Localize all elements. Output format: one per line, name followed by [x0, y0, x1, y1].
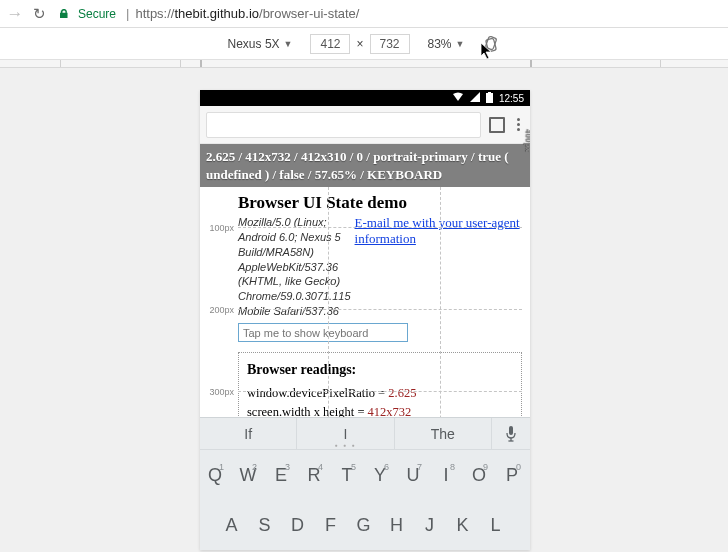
browser-address-row: → ↻ 🔒︎ Secure | https://thebit.github.io…	[0, 0, 728, 28]
secure-label: Secure	[78, 7, 116, 21]
key-t[interactable]: T5	[332, 465, 365, 486]
svg-rect-3	[488, 92, 491, 94]
ruler-400-label: 400px	[523, 129, 530, 152]
suggestion-row: If I● ● ● The	[200, 418, 530, 450]
status-time: 12:55	[499, 93, 524, 104]
device-select[interactable]: Nexus 5X ▼	[228, 37, 293, 51]
battery-icon	[486, 92, 493, 105]
ruler-100-label: 100px	[200, 223, 234, 233]
key-w[interactable]: W2	[233, 465, 266, 486]
key-o[interactable]: O9	[464, 465, 497, 486]
key-g[interactable]: G	[349, 515, 382, 536]
email-link[interactable]: E-mail me with your user-agent informati…	[355, 215, 522, 247]
mic-icon[interactable]	[492, 418, 530, 449]
keyboard-row-2: ASDFGHJKL	[200, 500, 530, 550]
key-h[interactable]: H	[382, 515, 415, 536]
width-field[interactable]: 412	[310, 34, 350, 54]
height-field[interactable]: 732	[370, 34, 410, 54]
mobile-chrome-bar	[200, 106, 530, 144]
key-s[interactable]: S	[250, 515, 283, 536]
keyboard-trigger-input[interactable]	[238, 323, 408, 342]
wifi-icon	[452, 92, 464, 104]
suggestion[interactable]: If	[200, 418, 297, 449]
key-y[interactable]: Y6	[365, 465, 398, 486]
key-i[interactable]: I8	[431, 465, 464, 486]
summary-bar: 2.625 / 412x732 / 412x310 / 0 / portrait…	[200, 144, 530, 187]
page-title: Browser UI State demo	[238, 193, 522, 213]
readings-title: Browser readings:	[247, 359, 513, 380]
ruler-300-label: 300px	[200, 387, 234, 397]
chevron-down-icon: ▼	[456, 39, 465, 49]
key-l[interactable]: L	[481, 515, 514, 536]
device-toolbar: Nexus 5X ▼ 412 × 732 83% ▼	[0, 28, 728, 60]
soft-keyboard: If I● ● ● The Q1W2E3R4T5Y6U7I8O9P0 ASDFG…	[200, 418, 530, 550]
key-d[interactable]: D	[283, 515, 316, 536]
ruler	[0, 60, 728, 68]
key-k[interactable]: K	[448, 515, 481, 536]
lock-icon: 🔒︎	[58, 7, 70, 21]
key-q[interactable]: Q1	[200, 465, 233, 486]
svg-rect-4	[509, 426, 513, 435]
key-r[interactable]: R4	[299, 465, 332, 486]
chevron-down-icon: ▼	[284, 39, 293, 49]
url[interactable]: https://thebit.github.io/browser-ui-stat…	[135, 6, 359, 21]
keyboard-row-1: Q1W2E3R4T5Y6U7I8O9P0	[200, 450, 530, 500]
reload-icon[interactable]: ↻	[30, 5, 48, 23]
omnibox[interactable]	[206, 112, 481, 138]
status-bar: 12:55	[200, 90, 530, 106]
reading-row: window.devicePixelRatio = 2.625	[247, 384, 513, 403]
svg-rect-2	[486, 93, 493, 103]
tabs-icon[interactable]	[489, 117, 505, 133]
dimensions: 412 × 732	[310, 34, 409, 54]
workspace: 12:55 2.625 / 412x732 / 412x310 / 0 / po…	[0, 68, 728, 552]
suggestion[interactable]: I● ● ●	[297, 418, 394, 449]
key-a[interactable]: A	[217, 515, 250, 536]
forward-arrow-icon[interactable]: →	[6, 4, 24, 24]
suggestion[interactable]: The	[395, 418, 492, 449]
zoom-select[interactable]: 83% ▼	[428, 37, 465, 51]
ruler-200-label: 200px	[200, 305, 234, 315]
device-frame: 12:55 2.625 / 412x732 / 412x310 / 0 / po…	[200, 90, 530, 550]
user-agent: Mozilla/5.0 (Linux; Android 6.0; Nexus 5…	[238, 215, 351, 319]
key-j[interactable]: J	[415, 515, 448, 536]
rotate-icon[interactable]	[482, 35, 500, 53]
key-f[interactable]: F	[316, 515, 349, 536]
key-e[interactable]: E3	[266, 465, 299, 486]
key-u[interactable]: U7	[398, 465, 431, 486]
key-p[interactable]: P0	[497, 465, 530, 486]
signal-icon	[470, 92, 480, 104]
